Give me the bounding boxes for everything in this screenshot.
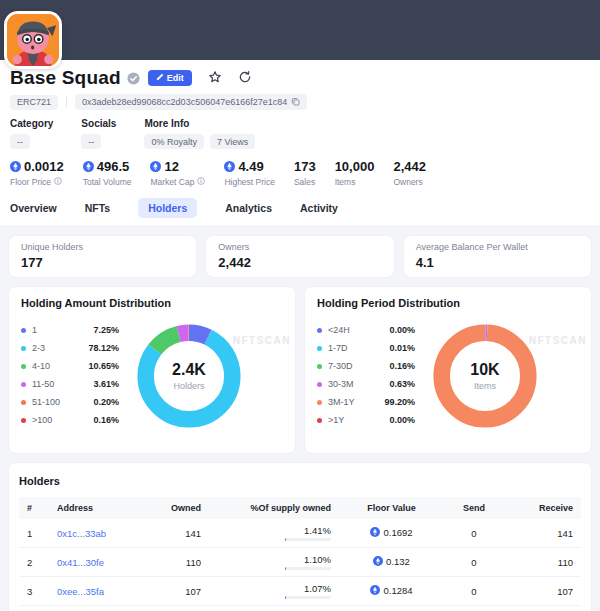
holders-table: #AddressOwned%Of supply ownedFloor Value… xyxy=(19,497,581,611)
cell-send: 0 xyxy=(444,548,504,577)
legend-dot-icon xyxy=(317,364,322,369)
stat-label-text: Floor Price xyxy=(10,177,51,187)
summary-card: Owners2,442 xyxy=(205,235,394,278)
info-label: Socials xyxy=(81,118,116,129)
legend-dot-icon xyxy=(21,382,26,387)
floor-number: 0.132 xyxy=(386,556,410,567)
legend-category: 11-50 xyxy=(32,379,93,389)
legend-item: 2-378.12% xyxy=(21,339,119,357)
star-icon xyxy=(208,70,222,87)
cell-percent-supply: 1.41% xyxy=(209,519,339,548)
summary-card-value: 177 xyxy=(21,255,184,270)
legend-percent: 99.20% xyxy=(384,397,415,407)
cell-owned: 107 xyxy=(159,577,209,606)
legend-category: 1 xyxy=(32,325,93,335)
cell-send: 0 xyxy=(444,577,504,606)
copy-icon[interactable] xyxy=(291,97,300,108)
summary-card-label: Average Balance Per Wallet xyxy=(416,242,579,252)
stat-label-text: Owners xyxy=(393,177,422,187)
legend-item: 30-3M0.63% xyxy=(317,375,415,393)
info-label: Category xyxy=(10,118,53,129)
table-header-row: #AddressOwned%Of supply ownedFloor Value… xyxy=(19,497,581,519)
legend-dot-icon xyxy=(317,400,322,405)
cell-owned: 141 xyxy=(159,519,209,548)
stat-items: 10,000Items xyxy=(335,159,375,187)
table-row: 20x41...30fe1101.10%0.1320110 xyxy=(19,548,581,577)
tab-overview[interactable]: Overview xyxy=(10,198,57,218)
edit-button[interactable]: Edit xyxy=(148,70,192,86)
tab-activity[interactable]: Activity xyxy=(300,198,338,218)
legend-percent: 7.25% xyxy=(93,325,119,335)
cell-address: 0x52...e9e9 xyxy=(49,606,159,611)
page-title: Base Squad xyxy=(10,67,121,89)
chart-title: Holding Amount Distribution xyxy=(21,297,283,309)
info-values: -- xyxy=(81,134,116,149)
nftscan-watermark: NFTSCAN xyxy=(233,335,291,346)
stat-value: 2,442 xyxy=(393,159,426,174)
nftscan-watermark: NFTSCAN xyxy=(529,335,587,346)
cell-floor-value: 0.132 xyxy=(339,548,444,577)
legend-item: 4-1010.65% xyxy=(21,357,119,375)
cell-rank: 3 xyxy=(19,577,49,606)
legend-item: 51-1000.20% xyxy=(21,393,119,411)
cell-receive: 107 xyxy=(504,577,581,606)
stat-label: Floor Price xyxy=(10,177,64,187)
chart-title: Holding Period Distribution xyxy=(317,297,579,309)
legend-percent: 0.00% xyxy=(389,415,415,425)
donut-center-label: 2.4KHolders xyxy=(137,324,241,428)
table-row: 10x1c...33ab1411.41%0.16920141 xyxy=(19,519,581,548)
collection-avatar xyxy=(4,11,62,69)
stat-value: 173 xyxy=(294,159,316,174)
address-link[interactable]: 0x41...30fe xyxy=(57,557,104,568)
stat-label: Owners xyxy=(393,177,426,187)
eth-icon xyxy=(224,161,235,172)
cell-owned: 110 xyxy=(159,548,209,577)
legend-percent: 78.12% xyxy=(88,343,119,353)
percent-bar xyxy=(285,538,331,541)
legend-category: 1-7D xyxy=(328,343,389,353)
tab-bar: OverviewNFTsHoldersAnalyticsActivity xyxy=(0,187,600,227)
floor-number: 0.1284 xyxy=(383,585,412,596)
stat-number: 173 xyxy=(294,159,316,174)
cell-floor-value: 0.1692 xyxy=(339,519,444,548)
stat-value: 496.5 xyxy=(83,159,132,174)
tab-holders[interactable]: Holders xyxy=(138,198,197,218)
legend-category: 7-30D xyxy=(328,361,389,371)
stat-value: 12 xyxy=(150,159,205,174)
info-value-pill: 0% Royalty xyxy=(144,134,204,149)
summary-card-value: 4.1 xyxy=(416,255,579,270)
tab-nfts[interactable]: NFTs xyxy=(85,198,110,218)
percent-text: 1.07% xyxy=(304,583,331,594)
legend-category: 2-3 xyxy=(32,343,88,353)
column-header-addr: Address xyxy=(49,497,159,519)
favorite-star-button[interactable] xyxy=(208,70,222,87)
legend-item: >1Y0.00% xyxy=(317,411,415,429)
refresh-button[interactable] xyxy=(238,70,252,87)
cell-send: 0 xyxy=(444,606,504,611)
collection-stats-row: 0.0012Floor Price496.5Total Volume12Mark… xyxy=(10,159,590,187)
column-header-owned: Owned xyxy=(159,497,209,519)
cell-receive: 141 xyxy=(504,519,581,548)
stat-total-volume: 496.5Total Volume xyxy=(83,159,132,187)
profile-banner xyxy=(0,0,600,60)
legend-dot-icon xyxy=(21,364,26,369)
address-link[interactable]: 0xee...35fa xyxy=(57,586,104,597)
floor-value: 0.132 xyxy=(373,556,410,567)
summary-cards-row: Unique Holders177Owners2,442Average Bala… xyxy=(8,235,592,278)
address-link[interactable]: 0x1c...33ab xyxy=(57,528,106,539)
percent-bar-fill xyxy=(285,538,286,541)
eth-icon xyxy=(150,161,161,172)
legend-percent: 3.61% xyxy=(93,379,119,389)
stat-number: 4.49 xyxy=(238,159,263,174)
percent-bar xyxy=(285,567,331,570)
stat-value: 0.0012 xyxy=(10,159,64,174)
tab-analytics[interactable]: Analytics xyxy=(225,198,272,218)
legend-item: >1000.16% xyxy=(21,411,119,429)
donut-center-value: 2.4K xyxy=(172,361,206,379)
stat-value: 10,000 xyxy=(335,159,375,174)
cell-rank: 1 xyxy=(19,519,49,548)
table-row: 30xee...35fa1071.07%0.12840107 xyxy=(19,577,581,606)
legend-dot-icon xyxy=(317,418,322,423)
stat-label: Total Volume xyxy=(83,177,132,187)
legend-category: >100 xyxy=(32,415,93,425)
